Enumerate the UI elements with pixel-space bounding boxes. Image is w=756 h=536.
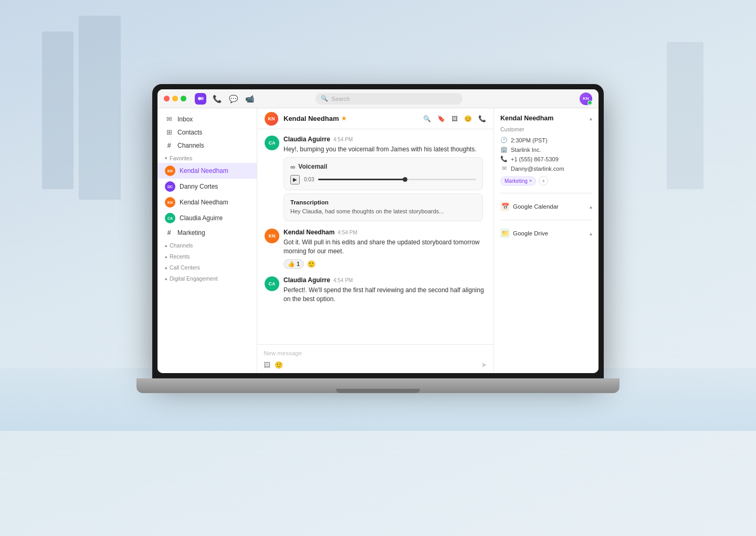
contact-email: Danny@starlink.com <box>511 166 564 172</box>
video-icon[interactable]: 📹 <box>245 95 254 103</box>
laptop-screen: 📞 💬 📹 🔍 Search KN <box>152 84 604 378</box>
sidebar-item-marketing[interactable]: # Marketing <box>158 226 257 239</box>
emoji-chat-icon[interactable]: 😊 <box>464 115 472 122</box>
maximize-button[interactable] <box>181 96 186 101</box>
chat-icon[interactable]: 💬 <box>229 95 238 103</box>
chat-header-actions: 🔍 🔖 🖼 😊 📞 <box>423 115 486 122</box>
search-bar[interactable]: 🔍 Search <box>316 93 463 105</box>
message-2: KN Kendal Needham 4:54 PM Got it. Will p… <box>265 229 486 269</box>
search-chat-icon[interactable]: 🔍 <box>423 115 431 122</box>
sidebar-item-inbox[interactable]: ✉ Inbox <box>158 112 257 126</box>
minimize-button[interactable] <box>172 96 178 101</box>
add-tag-button[interactable]: + <box>539 176 548 185</box>
msg-avatar-claudia-2: CA <box>265 276 279 291</box>
thumbsup-emoji: 👍 <box>288 261 295 267</box>
msg-sender-2: Kendal Needham <box>284 229 334 236</box>
contact-detail-phone: 📞 +1 (555) 867-5309 <box>500 156 592 162</box>
hash-marketing-icon: # <box>165 229 173 236</box>
contact-info-collapse-icon[interactable]: ▴ <box>590 116 592 121</box>
contact-info-header: Kendal Needham ▴ <box>500 115 592 122</box>
sidebar-item-kendal-needham-fav[interactable]: KN Kendal Needham <box>158 163 257 179</box>
contact-detail-company: 🏢 Starlink Inc. <box>500 146 592 153</box>
sidebar-item-kendal-needham-2[interactable]: KN Kendal Needham <box>158 194 257 210</box>
chat-header: KN Kendal Needham ★ 🔍 🔖 🖼 😊 📞 <box>257 108 494 129</box>
msg-avatar-claudia-1: CA <box>265 136 279 150</box>
bookmark-icon[interactable]: 🔖 <box>437 115 445 122</box>
chat-area: KN Kendal Needham ★ 🔍 🔖 🖼 😊 📞 <box>257 108 494 373</box>
msg-body-3: Claudia Aguirre 4:54 PM Perfect!. We'll … <box>284 276 486 304</box>
favorites-section[interactable]: ▾ Favorites <box>158 152 257 163</box>
app-window: 📞 💬 📹 🔍 Search KN <box>158 89 598 373</box>
progress-fill <box>318 179 405 180</box>
contact-detail-time: 🕐 2:30PM (PST) <box>500 137 592 143</box>
message-3: CA Claudia Aguirre 4:54 PM Perfect!. We'… <box>265 276 486 304</box>
progress-bar[interactable] <box>318 179 476 180</box>
channels-section[interactable]: ▴ Channels <box>158 239 257 250</box>
favorites-chevron-icon: ▾ <box>165 156 167 161</box>
emoji-input-icon[interactable]: 🙂 <box>275 361 283 369</box>
google-calendar-name: 📅 Google Calendar <box>500 202 559 211</box>
close-button[interactable] <box>164 96 170 101</box>
recents-section[interactable]: ▴ Recents <box>158 250 257 261</box>
titlebar: 📞 💬 📹 🔍 Search KN <box>158 89 598 108</box>
msg-header-1: Claudia Aguirre 4:54 PM <box>284 136 486 143</box>
avatar-kendal-fav: KN <box>165 166 175 176</box>
traffic-lights <box>164 96 186 101</box>
titlebar-icons: 📞 💬 📹 <box>213 95 254 103</box>
chat-header-name: Kendal Needham ★ <box>284 115 346 122</box>
attachment-icon[interactable]: 🖼 <box>264 361 270 369</box>
phone-chat-icon[interactable]: 📞 <box>478 115 486 122</box>
progress-dot <box>403 177 407 182</box>
chat-header-avatar: KN <box>265 112 278 126</box>
contacts-icon: ⊞ <box>165 128 173 136</box>
send-button[interactable]: ➤ <box>481 360 487 369</box>
contact-info-role: Customer <box>500 126 592 132</box>
drive-collapse-icon[interactable]: ▴ <box>590 231 592 236</box>
marketing-tag[interactable]: Marketing × <box>500 177 536 185</box>
msg-body-2: Kendal Needham 4:54 PM Got it. Will pull… <box>284 229 486 269</box>
section-divider-1 <box>500 193 592 193</box>
contact-detail-email: ✉ Danny@starlink.com <box>500 165 592 172</box>
google-calendar-icon: 📅 <box>500 202 510 211</box>
sidebar-item-danny-cortes[interactable]: DC Danny Cortes <box>158 179 257 194</box>
play-button[interactable]: ▶ <box>290 175 300 184</box>
msg-header-3: Claudia Aguirre 4:54 PM <box>284 276 486 284</box>
sidebar-item-claudia-aguirre[interactable]: CA Claudia Aguirre <box>158 210 257 226</box>
calendar-collapse-icon[interactable]: ▴ <box>590 204 592 210</box>
clock-icon: 🕐 <box>500 137 508 143</box>
recents-chevron-icon: ▴ <box>165 254 167 259</box>
email-icon: ✉ <box>500 165 508 172</box>
inbox-icon: ✉ <box>165 115 173 123</box>
titlebar-right: KN <box>580 92 592 105</box>
section-divider-2 <box>500 220 592 220</box>
phone-icon[interactable]: 📞 <box>213 95 222 103</box>
contact-company: Starlink Inc. <box>511 147 541 153</box>
messages-container: CA Claudia Aguirre 4:54 PM Hey!, bumping… <box>257 129 494 344</box>
hash-icon: # <box>165 141 173 149</box>
message-input-area: New message 🖼 🙂 ➤ <box>257 344 494 373</box>
msg-sender-1: Claudia Aguirre <box>284 136 330 143</box>
user-avatar[interactable]: KN <box>580 92 592 105</box>
msg-avatar-kendal: KN <box>265 229 279 243</box>
google-drive-integration: 📁 Google Drive ▴ <box>500 225 592 241</box>
thumbsup-reaction[interactable]: 👍 1 <box>284 259 304 269</box>
message-input-placeholder[interactable]: New message <box>264 349 487 360</box>
google-drive-name: 📁 Google Drive <box>500 229 548 238</box>
msg-text-1: Hey!, bumping you the voicemail from Jam… <box>284 145 486 154</box>
image-icon[interactable]: 🖼 <box>452 115 458 122</box>
add-reaction-button[interactable]: 🙂 <box>307 259 316 269</box>
msg-time-1: 4:54 PM <box>333 137 353 142</box>
app-logo <box>195 93 206 105</box>
voicemail-icon: ∞ <box>290 163 295 171</box>
call-centers-chevron-icon: ▴ <box>165 265 167 270</box>
laptop-base <box>136 378 620 393</box>
transcription-title: Transcription <box>290 199 476 205</box>
sidebar-item-channels[interactable]: # Channels <box>158 139 257 152</box>
digital-engagement-section[interactable]: ▴ Digital Engagement <box>158 272 257 283</box>
message-1: CA Claudia Aguirre 4:54 PM Hey!, bumping… <box>265 136 486 221</box>
msg-time-2: 4:54 PM <box>338 230 357 235</box>
voicemail-card: ∞ Voicemail ▶ 0:03 <box>284 157 483 190</box>
sidebar-item-contacts[interactable]: ⊞ Contacts <box>158 126 257 139</box>
call-centers-section[interactable]: ▴ Call Centers <box>158 261 257 272</box>
transcription-card: Transcription Hey Claudia, had some thou… <box>284 193 483 221</box>
